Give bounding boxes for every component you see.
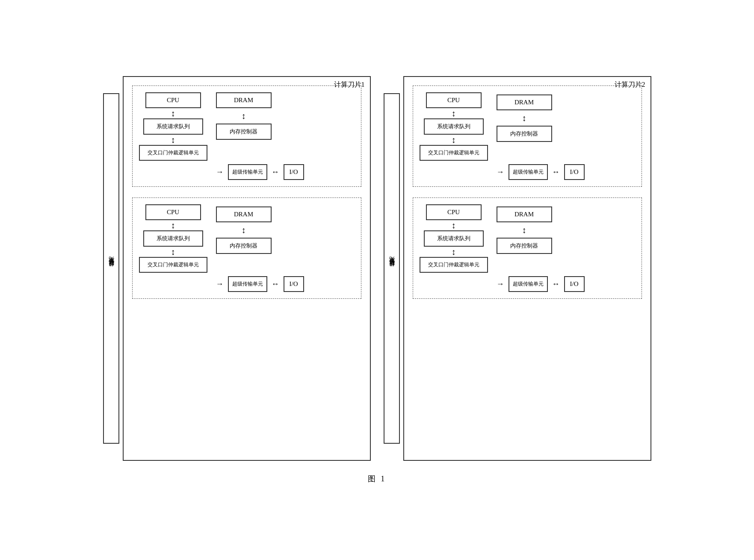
blade2-top-right: DRAM ↕ 内存控制器 — [497, 92, 552, 142]
blade2-super-unit: 超线程扩展单元 — [384, 93, 400, 444]
blade1-crossarb-bot: 交叉口门仲裁逻辑单元 — [139, 257, 207, 273]
blade1-cpu-bot: CPU — [145, 204, 201, 220]
blade2-arrow-right1: → — [497, 168, 504, 177]
blade2-memctrl-top: 内存控制器 — [497, 126, 552, 142]
blade1-memctrl-bot: 内存控制器 — [216, 238, 272, 254]
blade2-dram-top: DRAM — [497, 94, 552, 110]
blade2-wrapper: 超线程扩展单元 计算刀片2 CPU ↕ 系统请求队列 ↕ 交叉口门仲裁逻辑单元 — [384, 76, 651, 461]
blade2-bot-bottom-row: → 超级传输单元 ↔ I/O — [424, 276, 635, 292]
blade2-arrow-right2: → — [497, 280, 504, 289]
blade2-crossarb-bot: 交叉口门仲裁逻辑单元 — [420, 257, 488, 273]
blade2-arrow5: ↕ — [452, 247, 456, 257]
blade1-memctrl-top: 内存控制器 — [216, 124, 272, 140]
blade1-arrow-io2: ↔ — [272, 280, 279, 289]
blade1-arrow6: ↕ — [242, 226, 246, 234]
blade2-io-top: I/O — [564, 164, 585, 180]
blade2-arrow-io2: ↔ — [552, 280, 560, 289]
blade2-sysqueue-top: 系统请求队列 — [424, 118, 484, 135]
blade2-bot-right: DRAM ↕ 内存控制器 — [497, 204, 552, 254]
blade1-top-bottom-row: → 超级传输单元 ↔ I/O — [143, 164, 355, 180]
blade1-arrow-io1: ↔ — [272, 168, 279, 177]
blade2-arrow-io1: ↔ — [552, 168, 560, 177]
blade2-arrow3: ↕ — [522, 114, 526, 122]
blade2-arrow6: ↕ — [522, 226, 526, 234]
blade1-arrow-right2: → — [216, 280, 224, 289]
blade1-arrow2: ↕ — [171, 135, 175, 145]
blade1-io-bot: I/O — [284, 276, 304, 292]
blade1-arrow5: ↕ — [171, 247, 175, 257]
blade2-dram-bot: DRAM — [497, 206, 552, 222]
blade2-supertrans-top: 超级传输单元 — [509, 164, 548, 180]
blade2-top-bottom-row: → 超级传输单元 ↔ I/O — [424, 164, 635, 180]
blade2-top-left: CPU ↕ 系统请求队列 ↕ 交叉口门仲裁逻辑单元 — [420, 92, 488, 161]
blade1: 计算刀片1 CPU ↕ 系统请求队列 ↕ — [123, 76, 371, 461]
blade1-arrow-right1: → — [216, 168, 224, 177]
blade1-crossarb-top: 交叉口门仲裁逻辑单元 — [139, 145, 207, 161]
blade1-sysqueue-bot: 系统请求队列 — [143, 230, 203, 247]
blade1-io-top: I/O — [284, 164, 304, 180]
blade1-arrow1: ↕ — [171, 108, 175, 118]
blade1-top-left: CPU ↕ 系统请求队列 ↕ 交叉口门仲裁逻辑单元 — [139, 92, 207, 161]
blade1-arrow3: ↕ — [242, 112, 246, 120]
blade2-sysqueue-bot: 系统请求队列 — [424, 230, 484, 247]
blade2-crossarb-top: 交叉口门仲裁逻辑单元 — [420, 145, 488, 161]
blade2: 计算刀片2 CPU ↕ 系统请求队列 ↕ 交叉口门仲裁逻辑单元 DRAM — [403, 76, 651, 461]
blade1-super-unit: 超线程扩展单元 — [103, 93, 119, 444]
blade1-bot-group: CPU ↕ 系统请求队列 ↕ 交叉口门仲裁逻辑单元 DRAM ↕ 内存控制器 — [132, 197, 361, 299]
blade2-arrow1: ↕ — [452, 108, 456, 118]
blade2-cpu-bot: CPU — [426, 204, 482, 220]
blade2-top-group: CPU ↕ 系统请求队列 ↕ 交叉口门仲裁逻辑单元 DRAM ↕ 内存控制器 — [413, 85, 642, 187]
blade1-dram-bot: DRAM — [216, 206, 272, 222]
blade2-cpu-top: CPU — [426, 92, 482, 108]
blade2-memctrl-bot: 内存控制器 — [497, 238, 552, 254]
blade2-bot-group: CPU ↕ 系统请求队列 ↕ 交叉口门仲裁逻辑单元 DRAM ↕ 内存控制器 — [413, 197, 642, 299]
blade2-arrow4: ↕ — [452, 220, 456, 230]
blade1-arrow4: ↕ — [171, 220, 175, 230]
blade2-arrow2: ↕ — [452, 135, 456, 145]
blade1-supertrans-top: 超级传输单元 — [228, 164, 267, 180]
figure-caption: 图 1 — [103, 474, 651, 484]
blade1-wrapper: 超线程扩展单元 计算刀片1 CPU ↕ 系统请求队列 — [103, 76, 371, 461]
blade1-top-group: CPU ↕ 系统请求队列 ↕ 交叉口门仲裁逻辑单元 DR — [132, 85, 361, 187]
blade1-bot-bottom-row: → 超级传输单元 ↔ I/O — [143, 276, 355, 292]
blade1-cpu-top: CPU — [145, 92, 201, 108]
blade1-bot-right: DRAM ↕ 内存控制器 — [216, 204, 272, 254]
blade1-top-right: DRAM ↕ 内存控制器 — [216, 92, 272, 140]
blade2-supertrans-bot: 超级传输单元 — [509, 276, 548, 292]
blade2-io-bot: I/O — [564, 276, 585, 292]
blade2-bot-left: CPU ↕ 系统请求队列 ↕ 交叉口门仲裁逻辑单元 — [420, 204, 488, 273]
blade1-dram-top: DRAM — [216, 92, 272, 108]
blade1-supertrans-bot: 超级传输单元 — [228, 276, 267, 292]
blade1-bot-left: CPU ↕ 系统请求队列 ↕ 交叉口门仲裁逻辑单元 — [139, 204, 207, 273]
blade1-sysqueue-top: 系统请求队列 — [143, 118, 203, 135]
